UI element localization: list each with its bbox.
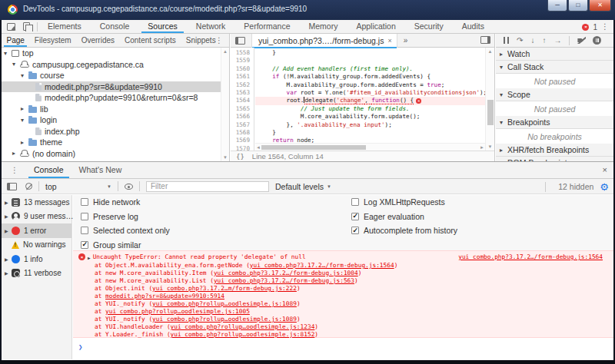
tree-item[interactable]: campusupg.cegepadistance.ca: [2, 59, 221, 71]
stack-frame-link[interactable]: yui_combo.php?rollup…oodlesimple.js:1005: [105, 308, 250, 315]
live-expression-icon[interactable]: [125, 184, 133, 190]
console-filter-item[interactable]: ▶ 1 error: [2, 223, 71, 238]
step-over-icon[interactable]: ↷: [517, 36, 523, 45]
context-selector[interactable]: top ▼: [45, 182, 111, 191]
devtools-tab[interactable]: Sources: [138, 20, 187, 33]
stack-frame-link[interactable]: yui_combo.php?rollup…oodlesimple.js:1234: [171, 323, 315, 330]
pretty-print-icon[interactable]: {}: [236, 153, 244, 160]
tree-item[interactable]: login: [2, 114, 221, 126]
stack-frame-link[interactable]: yui_combo.php?3.17.2…/form-debug.js:563: [214, 277, 354, 284]
devtools-tab[interactable]: Application: [347, 20, 404, 33]
console-filter-item[interactable]: ▶ 11 verbose: [2, 266, 71, 281]
devtools-tab[interactable]: Console: [91, 20, 139, 33]
checkbox[interactable]: [351, 198, 359, 206]
step-out-icon[interactable]: ↑: [542, 36, 546, 45]
deactivate-breakpoints-icon[interactable]: [577, 37, 586, 44]
stack-frame-link[interactable]: yui_combo.php?3.17.2…/form-debug.js:1564: [250, 262, 394, 269]
tree-item[interactable]: theme: [2, 137, 221, 148]
devtools-tab[interactable]: Memory: [299, 20, 347, 33]
console-menu-icon[interactable]: ⋮: [11, 167, 18, 174]
expand-arrow-icon[interactable]: ▶: [5, 270, 12, 276]
stack-frame-link[interactable]: yui_combo.php?rollup…oodlesimple.js:1089: [152, 316, 297, 323]
expand-arrow-icon[interactable]: [12, 61, 20, 68]
pause-on-exceptions-icon[interactable]: [593, 36, 601, 45]
step-into-icon[interactable]: ↓: [530, 36, 534, 45]
console-tab[interactable]: Console: [26, 162, 71, 178]
minimize-button[interactable]: ─: [547, 0, 567, 12]
console-sidebar-toggle-icon[interactable]: [7, 183, 17, 190]
stack-frame-link[interactable]: yui_combo.php?3.17.2…/form-debug.js:1004: [214, 270, 358, 276]
expand-arrow-icon[interactable]: ▶: [5, 256, 12, 262]
tree-item[interactable]: modedit.php?update=9910&return=0&sr=8: [2, 92, 221, 104]
expand-arrow-icon[interactable]: [21, 72, 28, 79]
console-filter-item[interactable]: ▶ 13 messages: [2, 195, 71, 210]
section-header[interactable]: XHR/fetch Breakpoints: [496, 144, 613, 157]
checkbox[interactable]: [351, 213, 359, 220]
navigator-tab[interactable]: Content scripts: [120, 34, 181, 47]
checkbox[interactable]: [81, 213, 88, 220]
scrollbar-thumb[interactable]: [261, 145, 366, 150]
step-icon[interactable]: →: [554, 36, 561, 45]
editor-panel-toggle-icon[interactable]: [480, 36, 490, 44]
editor-vertical-scrollbar[interactable]: ▲ ▼: [485, 48, 494, 151]
device-toolbar-icon[interactable]: [23, 22, 30, 31]
navigator-more-icon[interactable]: ⋮: [215, 37, 223, 45]
clear-console-icon[interactable]: [25, 183, 32, 190]
settings-checkbox[interactable]: Hide network: [81, 195, 170, 210]
scroll-right-icon[interactable]: ►: [480, 145, 484, 150]
stack-frame-link[interactable]: yui_combo.php?rollup…oodlesimple.js:8152: [171, 331, 315, 338]
stack-frame-link[interactable]: yui_combo.php?3.17.2…m/form-debug.js:222: [152, 285, 297, 292]
stack-frame-link[interactable]: modedit.php?sr=8&update=9910:5914: [105, 293, 224, 299]
console-filter-item[interactable]: ▶ 1 info: [2, 252, 71, 266]
editor-horizontal-scrollbar[interactable]: ◄ ►: [255, 143, 485, 151]
more-tabs-icon[interactable]: »: [404, 36, 408, 45]
filter-input[interactable]: Filter: [146, 181, 269, 192]
section-header[interactable]: Scope: [496, 88, 613, 101]
tree-item[interactable]: (no domain): [2, 148, 221, 160]
devtools-tab[interactable]: Audits: [453, 20, 494, 33]
navigator-tab[interactable]: Filesystem: [29, 34, 76, 47]
close-drawer-icon[interactable]: ×: [603, 165, 607, 174]
navigator-tab[interactable]: Overrides: [76, 34, 119, 47]
devtools-tab[interactable]: Elements: [38, 20, 91, 33]
settings-checkbox[interactable]: Eager evaluation: [351, 210, 457, 224]
settings-checkbox[interactable]: Selected context only: [81, 223, 170, 238]
more-options-icon[interactable]: ⋮: [601, 23, 609, 31]
tree-item[interactable]: lib: [2, 104, 221, 115]
tree-item[interactable]: modedit.php?sr=8&update=9910: [2, 81, 221, 93]
code-area[interactable]: } // Add event handlers (first time only…: [255, 48, 485, 151]
editor-file-tab[interactable]: yui_combo.php?3.…/form-debug.js ×: [251, 34, 397, 48]
console-settings-gear-icon[interactable]: ⚙: [600, 181, 609, 193]
settings-checkbox[interactable]: Autocomplete from history: [351, 223, 457, 238]
checkbox[interactable]: [81, 227, 88, 234]
console-tab[interactable]: What's New: [71, 162, 130, 178]
scroll-down-icon[interactable]: ▼: [486, 144, 494, 149]
tree-item[interactable]: top: [2, 48, 221, 59]
error-source-link[interactable]: yui_combo.php?3.17.2…/form-debug.js:1564: [458, 253, 603, 260]
expand-arrow-icon[interactable]: ▶: [5, 228, 12, 233]
scroll-up-icon[interactable]: ▲: [486, 49, 494, 54]
scroll-down-icon[interactable]: ▼: [221, 155, 229, 160]
expand-arrow-icon[interactable]: ▶: [5, 213, 12, 219]
tree-item[interactable]: index.php: [2, 126, 221, 137]
navigator-scrollbar[interactable]: ▲ ▼: [221, 48, 229, 161]
close-button[interactable]: ✕: [589, 0, 611, 12]
devtools-tab[interactable]: Network: [187, 20, 235, 33]
section-header[interactable]: Call Stack: [496, 61, 613, 74]
inspect-element-icon[interactable]: [7, 23, 15, 31]
checkbox[interactable]: [351, 227, 359, 234]
settings-checkbox[interactable]: Preserve log: [81, 210, 170, 224]
settings-checkbox[interactable]: Log XMLHttpRequests: [351, 195, 457, 210]
console-filter-item[interactable]: ▶ No warnings: [2, 238, 71, 253]
checkbox[interactable]: [81, 198, 88, 206]
expand-arrow-icon[interactable]: ▶: [88, 255, 91, 261]
maximize-button[interactable]: □: [568, 0, 588, 12]
devtools-tab[interactable]: Security: [405, 20, 453, 33]
console-prompt-icon[interactable]: ❯: [78, 343, 82, 351]
scroll-left-icon[interactable]: ◄: [256, 145, 261, 150]
expand-arrow-icon[interactable]: ▶: [5, 200, 12, 205]
tab-close-icon[interactable]: ×: [387, 37, 391, 45]
expand-arrow-icon[interactable]: [12, 150, 20, 157]
section-header[interactable]: Breakpoints: [496, 116, 613, 129]
navigator-tab[interactable]: Page: [2, 34, 29, 47]
